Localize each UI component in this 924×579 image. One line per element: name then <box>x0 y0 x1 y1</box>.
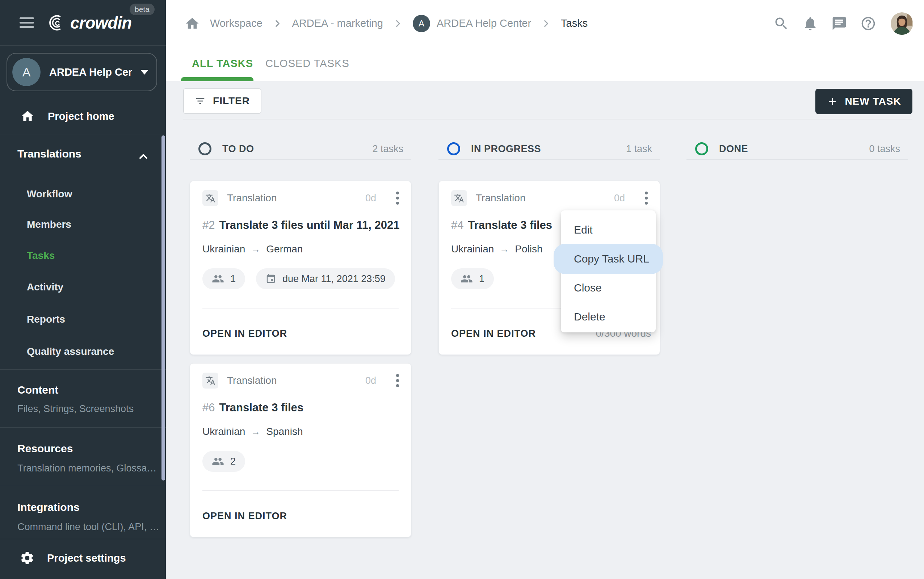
column-name: DONE <box>719 143 748 155</box>
project-selector[interactable]: A ARDEA Help Cen… <box>7 53 157 91</box>
breadcrumb-current-tasks: Tasks <box>561 17 588 29</box>
task-type-label: Translation <box>476 192 525 204</box>
open-in-editor-link[interactable]: OPEN IN EDITOR <box>451 328 536 339</box>
task-id: #2 <box>203 219 215 231</box>
column-count: 0 tasks <box>869 143 900 155</box>
task-title-text: Translate 3 files <box>468 219 552 231</box>
crowdin-logo-text: crowdin <box>70 13 131 33</box>
task-card-footer: OPEN IN EDITOR <box>203 507 402 525</box>
task-context-menu: Edit Copy Task URL Close Delete <box>561 210 656 332</box>
sidebar-item-members[interactable]: Members <box>27 219 71 230</box>
sidebar-item-reports[interactable]: Reports <box>27 314 65 325</box>
due-date-chip[interactable]: due Mar 11, 2021 23:59 <box>256 268 395 290</box>
sidebar-item-project-home[interactable]: Project home <box>0 104 166 128</box>
breadcrumb-workspace[interactable]: Workspace <box>210 17 263 29</box>
task-meta-chips: 1 <box>451 268 494 290</box>
menu-item-delete[interactable]: Delete <box>561 303 656 331</box>
task-card-footer: OPEN IN EDITOR <box>203 324 402 343</box>
crowdin-logo[interactable]: crowdin <box>46 13 131 33</box>
assignees-chip[interactable]: 1 <box>451 268 494 290</box>
breadcrumb-project-label: ARDEA Help Center <box>437 17 531 29</box>
card-divider <box>203 308 399 309</box>
menu-item-edit[interactable]: Edit <box>561 216 656 244</box>
task-card-6[interactable]: Translation 0d #6Translate 3 files Ukrai… <box>190 363 411 537</box>
task-id: #6 <box>203 401 215 414</box>
sidebar-group-integrations[interactable]: Integrations <box>17 501 80 514</box>
sidebar-group-integrations-subtitle: Command line tool (CLI), API, … <box>17 522 159 533</box>
menu-item-close[interactable]: Close <box>561 273 656 303</box>
assignees-count: 1 <box>479 273 484 285</box>
search-icon[interactable] <box>774 16 789 31</box>
task-title[interactable]: #2Translate 3 files until Mar 11, 2021 <box>203 219 400 232</box>
chevron-right-icon <box>273 19 282 28</box>
sidebar-item-tasks[interactable]: Tasks <box>27 250 55 262</box>
task-card-header: Translation 0d <box>203 190 400 206</box>
kebab-menu-icon[interactable] <box>644 190 649 206</box>
task-type-label: Translation <box>227 375 276 386</box>
task-meta-chips: 1 due Mar 11, 2021 23:59 <box>203 268 395 290</box>
task-card-2[interactable]: Translation 0d #2Translate 3 files until… <box>190 181 411 355</box>
sidebar-scrollbar[interactable] <box>162 136 165 481</box>
active-tab-indicator <box>181 77 253 81</box>
task-language-pair: Ukrainian → Polish <box>451 243 543 255</box>
task-card-header: Translation 0d <box>203 373 400 389</box>
arrow-right-icon: → <box>500 244 509 255</box>
menu-item-copy-task-url[interactable]: Copy Task URL <box>561 244 656 273</box>
sidebar-item-label: Project settings <box>47 552 126 564</box>
chat-icon[interactable] <box>831 16 847 31</box>
tab-closed-tasks[interactable]: CLOSED TASKS <box>265 57 349 70</box>
arrow-right-icon: → <box>251 426 260 437</box>
sidebar-divider <box>0 134 166 134</box>
hamburger-menu-icon[interactable] <box>20 17 34 28</box>
sidebar-item-activity[interactable]: Activity <box>27 281 63 293</box>
kebab-menu-icon[interactable] <box>395 190 400 206</box>
translation-icon <box>203 190 218 206</box>
open-in-editor-link[interactable]: OPEN IN EDITOR <box>203 328 287 339</box>
sidebar-item-project-settings[interactable]: Project settings <box>0 546 166 570</box>
sidebar: crowdin beta A ARDEA Help Cen… Project h… <box>0 0 166 579</box>
beta-badge: beta <box>130 3 155 15</box>
task-age: 0d <box>365 193 376 204</box>
translation-icon <box>203 373 218 389</box>
column-divider <box>438 159 660 160</box>
column-in-progress: IN PROGRESS 1 task <box>438 81 660 172</box>
sidebar-divider <box>0 539 166 539</box>
task-language-pair: Ukrainian → German <box>203 243 303 255</box>
translation-icon <box>451 190 467 206</box>
bell-icon[interactable] <box>802 16 818 31</box>
chevron-right-icon <box>541 19 551 28</box>
home-icon[interactable] <box>185 16 200 31</box>
gear-icon <box>20 550 35 566</box>
assignees-chip[interactable]: 2 <box>203 451 245 472</box>
task-language-pair: Ukrainian → Spanish <box>203 426 303 437</box>
open-in-editor-link[interactable]: OPEN IN EDITOR <box>203 510 287 522</box>
in-progress-status-icon <box>447 142 460 155</box>
column-done-header: DONE 0 tasks <box>695 139 900 159</box>
tab-all-tasks[interactable]: ALL TASKS <box>192 57 253 70</box>
sidebar-group-resources-subtitle: Translation memories, Glossa… <box>17 463 157 474</box>
help-icon[interactable] <box>860 16 876 31</box>
sidebar-item-workflow[interactable]: Workflow <box>27 188 72 200</box>
column-name: TO DO <box>222 143 254 155</box>
target-language: Spanish <box>266 426 303 437</box>
user-avatar[interactable] <box>891 12 913 35</box>
tasks-board: FILTER NEW TASK TO DO 2 tasks IN PROGRES… <box>166 81 924 579</box>
top-icons <box>774 12 913 35</box>
source-language: Ukrainian <box>203 426 245 437</box>
chevron-up-icon[interactable] <box>137 150 150 163</box>
sidebar-item-quality-assurance[interactable]: Quality assurance <box>27 346 114 357</box>
done-status-icon <box>695 142 708 155</box>
sidebar-group-resources[interactable]: Resources <box>17 443 73 455</box>
column-todo-header: TO DO 2 tasks <box>198 139 403 159</box>
sidebar-group-content[interactable]: Content <box>17 384 58 396</box>
assignees-chip[interactable]: 1 <box>203 268 245 290</box>
breadcrumb: Workspace ARDEA - marketing A ARDEA Help… <box>185 15 588 32</box>
breadcrumb-project[interactable]: A ARDEA Help Center <box>413 15 531 32</box>
kebab-menu-icon[interactable] <box>395 373 400 389</box>
sidebar-group-translations[interactable]: Translations <box>17 148 82 160</box>
target-language: German <box>266 243 303 255</box>
breadcrumb-project-group[interactable]: ARDEA - marketing <box>292 17 383 29</box>
task-age: 0d <box>614 193 625 204</box>
sidebar-divider <box>0 486 166 486</box>
task-title[interactable]: #6Translate 3 files <box>203 401 400 414</box>
